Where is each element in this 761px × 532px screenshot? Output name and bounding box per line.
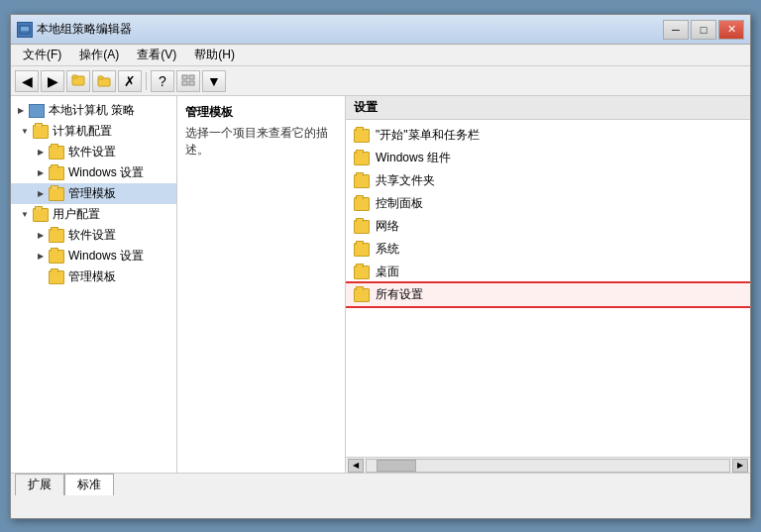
view-button[interactable] bbox=[176, 70, 200, 92]
title-bar-left: 本地组策略编辑器 bbox=[17, 21, 132, 38]
menu-file[interactable]: 文件(F) bbox=[15, 45, 69, 65]
svg-rect-8 bbox=[182, 81, 187, 85]
tree-arrow-us: ▶ bbox=[35, 230, 47, 242]
folder-icon-cc bbox=[33, 125, 49, 139]
folder-icon-uw bbox=[49, 250, 64, 264]
content-header: 设置 bbox=[346, 96, 750, 120]
svg-rect-3 bbox=[72, 75, 77, 78]
menu-view[interactable]: 查看(V) bbox=[129, 45, 184, 65]
tree-computer-config[interactable]: ▼ 计算机配置 bbox=[11, 121, 176, 142]
folder-icon-us bbox=[49, 229, 64, 243]
content-item-label-2: 共享文件夹 bbox=[376, 172, 435, 189]
content-item-3[interactable]: 控制面板 bbox=[346, 192, 750, 215]
scroll-thumb[interactable] bbox=[377, 460, 416, 472]
folder-icon-at bbox=[49, 187, 64, 201]
tree-software-settings[interactable]: ▶ 软件设置 bbox=[11, 142, 176, 162]
tree-user-config-label: 用户配置 bbox=[53, 206, 100, 223]
tree-computer-config-label: 计算机配置 bbox=[53, 123, 112, 140]
filter-button[interactable]: ▼ bbox=[202, 70, 226, 92]
folder-icon-uc bbox=[33, 208, 49, 222]
status-bar: 扩展 标准 bbox=[11, 473, 750, 494]
minimize-button[interactable]: ─ bbox=[663, 20, 689, 40]
tree-panel: ▶ 本地计算机 策略 ▼ 计算机配置 ▶ 软件设置 ▶ Windows 设置 bbox=[11, 96, 177, 473]
tree-arrow-at: ▶ bbox=[35, 188, 47, 200]
content-item-label-7: 所有设置 bbox=[376, 286, 423, 303]
window-icon bbox=[17, 22, 33, 38]
folder-icon-item2 bbox=[354, 174, 370, 188]
tree-arrow-ua bbox=[35, 271, 47, 283]
maximize-button[interactable]: □ bbox=[691, 20, 716, 40]
content-item-label-0: "开始"菜单和任务栏 bbox=[376, 127, 480, 144]
menu-bar: 文件(F) 操作(A) 查看(V) 帮助(H) bbox=[11, 45, 750, 66]
menu-action[interactable]: 操作(A) bbox=[71, 45, 127, 65]
tree-user-admin-label: 管理模板 bbox=[68, 268, 116, 285]
content-item-0[interactable]: "开始"菜单和任务栏 bbox=[346, 124, 750, 147]
new-folder-button[interactable] bbox=[92, 70, 116, 92]
tree-user-software[interactable]: ▶ 软件设置 bbox=[11, 225, 176, 246]
properties-button[interactable]: ? bbox=[151, 70, 174, 92]
content-item-label-6: 桌面 bbox=[376, 264, 399, 280]
scroll-track[interactable] bbox=[366, 459, 730, 473]
content-item-7[interactable]: 所有设置 bbox=[346, 283, 750, 306]
menu-help[interactable]: 帮助(H) bbox=[186, 45, 243, 65]
scroll-right-button[interactable]: ▶ bbox=[732, 459, 748, 473]
folder-icon-item6 bbox=[354, 266, 370, 279]
tree-arrow-ws: ▶ bbox=[35, 167, 47, 179]
pc-icon bbox=[29, 104, 45, 118]
forward-button[interactable]: ▶ bbox=[41, 70, 64, 92]
tree-windows-settings[interactable]: ▶ Windows 设置 bbox=[11, 162, 176, 183]
tree-arrow-uw: ▶ bbox=[35, 251, 47, 263]
tree-arrow-root: ▶ bbox=[15, 105, 27, 117]
content-item-label-1: Windows 组件 bbox=[376, 150, 451, 166]
desc-pane: 管理模板 选择一个项目来查看它的描述。 bbox=[177, 96, 346, 473]
svg-rect-1 bbox=[21, 27, 29, 31]
folder-icon-item1 bbox=[354, 152, 370, 165]
right-panel: 管理模板 选择一个项目来查看它的描述。 设置 "开始"菜单和任务栏 Window… bbox=[177, 96, 750, 473]
tree-root[interactable]: ▶ 本地计算机 策略 bbox=[11, 100, 176, 121]
desc-header: 管理模板 bbox=[185, 104, 337, 121]
tree-root-label: 本地计算机 策略 bbox=[49, 102, 135, 119]
toolbar-separator bbox=[146, 72, 147, 90]
folder-icon-item4 bbox=[354, 220, 370, 234]
folder-icon-ss bbox=[49, 146, 64, 160]
desc-body: 选择一个项目来查看它的描述。 bbox=[185, 125, 337, 159]
tree-admin-templates-label: 管理模板 bbox=[68, 185, 116, 202]
title-controls: ─ □ ✕ bbox=[663, 20, 744, 40]
content-item-2[interactable]: 共享文件夹 bbox=[346, 169, 750, 192]
svg-rect-6 bbox=[182, 75, 187, 79]
tab-standard[interactable]: 标准 bbox=[64, 474, 114, 495]
tree-user-config[interactable]: ▼ 用户配置 bbox=[11, 204, 176, 225]
tree-user-windows[interactable]: ▶ Windows 设置 bbox=[11, 246, 176, 266]
folder-icon-item7 bbox=[354, 288, 370, 302]
main-area: ▶ 本地计算机 策略 ▼ 计算机配置 ▶ 软件设置 ▶ Windows 设置 bbox=[11, 96, 750, 473]
tree-arrow-ss: ▶ bbox=[35, 147, 47, 159]
folder-icon-ua bbox=[49, 270, 64, 284]
folder-icon-item3 bbox=[354, 197, 370, 211]
content-item-4[interactable]: 网络 bbox=[346, 215, 750, 238]
content-item-label-4: 网络 bbox=[376, 218, 399, 235]
close-button[interactable]: ✕ bbox=[718, 20, 744, 40]
content-item-5[interactable]: 系统 bbox=[346, 238, 750, 261]
horizontal-scrollbar: ◀ ▶ bbox=[346, 457, 750, 473]
content-pane: 设置 "开始"菜单和任务栏 Windows 组件 共享文件夹 bbox=[346, 96, 750, 473]
content-item-label-3: 控制面板 bbox=[376, 195, 423, 212]
tree-admin-templates[interactable]: ▶ 管理模板 bbox=[11, 183, 176, 204]
main-window: 本地组策略编辑器 ─ □ ✕ 文件(F) 操作(A) 查看(V) 帮助(H) ◀… bbox=[10, 14, 751, 519]
tree-user-software-label: 软件设置 bbox=[68, 227, 116, 244]
content-item-6[interactable]: 桌面 bbox=[346, 261, 750, 283]
title-bar: 本地组策略编辑器 ─ □ ✕ bbox=[11, 15, 750, 45]
toolbar: ◀ ▶ ✗ ? ▼ bbox=[11, 66, 750, 96]
scroll-left-button[interactable]: ◀ bbox=[348, 459, 364, 473]
delete-button[interactable]: ✗ bbox=[118, 70, 142, 92]
tab-expand[interactable]: 扩展 bbox=[15, 474, 64, 495]
svg-rect-5 bbox=[98, 76, 103, 79]
svg-rect-9 bbox=[189, 81, 194, 85]
content-body: "开始"菜单和任务栏 Windows 组件 共享文件夹 控制面板 bbox=[346, 120, 750, 457]
back-button[interactable]: ◀ bbox=[15, 70, 39, 92]
tree-user-admin[interactable]: 管理模板 bbox=[11, 266, 176, 287]
folder-icon-ws bbox=[49, 166, 64, 180]
up-button[interactable] bbox=[66, 70, 90, 92]
tree-software-settings-label: 软件设置 bbox=[68, 144, 116, 160]
tree-windows-settings-label: Windows 设置 bbox=[68, 164, 144, 181]
content-item-1[interactable]: Windows 组件 bbox=[346, 147, 750, 169]
